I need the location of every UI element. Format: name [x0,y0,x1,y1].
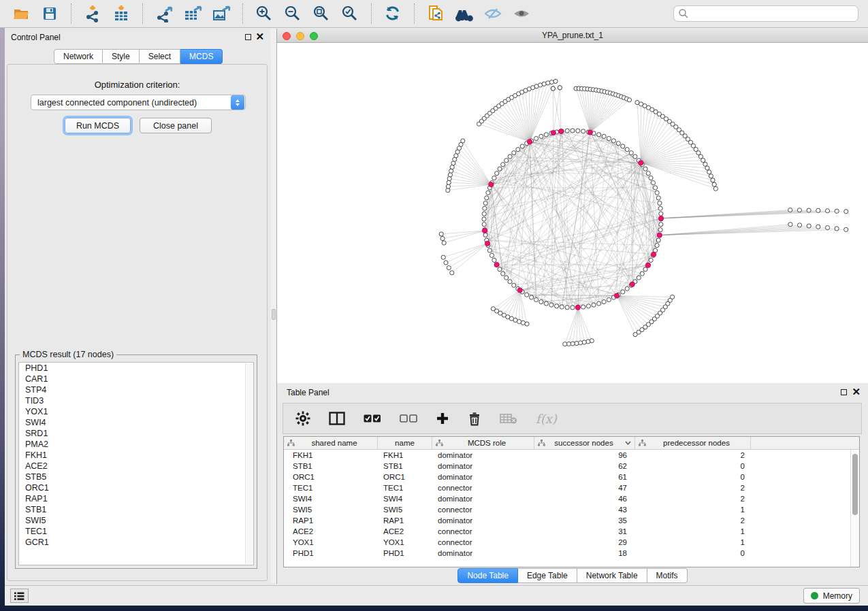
column-header-MCDS-role[interactable]: MCDS role [432,437,534,449]
column-header-name[interactable]: name [378,437,432,449]
zoom-in-icon[interactable] [254,4,274,23]
table-cell: TEC1 [378,484,432,492]
tab-mcds[interactable]: MCDS [180,49,223,64]
network-canvas[interactable] [277,43,868,383]
table-settings-gear-icon[interactable] [295,411,310,426]
delete-column-trash-icon[interactable] [468,411,481,426]
table-toolbar: f(x) [283,403,862,434]
tab-node-table[interactable]: Node Table [457,568,518,583]
table-cell: SWI5 [284,506,378,514]
splitter-grip[interactable] [272,309,276,320]
table-cell: 47 [534,484,635,492]
table-cell: PHD1 [378,549,432,557]
tab-network-table[interactable]: Network Table [577,568,647,583]
table-row-TEC1[interactable]: TEC1TEC1connector472 [284,482,859,493]
table-cell: 18 [534,549,635,557]
table-cell: 61 [534,473,635,481]
tab-edge-table[interactable]: Edge Table [518,568,577,583]
zoom-fit-icon[interactable] [311,4,332,23]
table-scrollbar-thumb[interactable] [852,454,858,515]
clone-network-icon[interactable] [425,4,446,23]
show-all-eye-icon[interactable] [511,4,532,23]
mcds-result-item[interactable]: YOX1 [19,406,253,417]
export-network-icon[interactable] [154,4,174,23]
import-network-icon[interactable] [82,4,103,23]
tab-motifs[interactable]: Motifs [647,568,688,583]
export-image-icon[interactable] [211,4,231,23]
zoom-selected-icon[interactable] [340,4,360,23]
mcds-result-item[interactable]: STB1 [19,504,253,515]
network-window-titlebar[interactable]: YPA_prune.txt_1 [277,29,868,43]
memory-label: Memory [823,591,852,601]
tab-style[interactable]: Style [103,49,140,64]
select-all-checkboxes-icon[interactable] [364,414,381,423]
binoculars-icon[interactable] [454,4,475,23]
deselect-all-checkboxes-icon[interactable] [400,414,417,423]
tab-network[interactable]: Network [54,49,103,64]
mcds-result-item[interactable]: RAP1 [19,493,253,504]
search-input[interactable] [673,5,858,22]
column-header-shared-name[interactable]: shared name [284,437,378,449]
table-row-PHD1[interactable]: PHD1PHD1dominator180 [284,548,859,559]
mcds-result-item[interactable]: STB5 [19,472,253,482]
table-row-FKH1[interactable]: FKH1FKH1dominator962 [284,450,859,461]
status-bar: Memory [5,585,868,606]
column-header-successor-nodes[interactable]: successor nodes [534,437,635,449]
table-cell: RAP1 [284,516,378,525]
memory-button[interactable]: Memory [803,588,860,604]
table-cell: dominator [432,451,534,459]
mcds-list-scrollbar[interactable] [245,363,253,564]
toolbar-separator [71,3,71,24]
network-graph [277,43,868,383]
delete-table-icon[interactable] [500,412,517,425]
add-column-icon[interactable] [436,412,449,425]
run-mcds-button[interactable]: Run MCDS [65,118,131,133]
import-table-icon[interactable] [111,4,131,23]
save-session-icon[interactable] [39,4,60,23]
float-panel-icon[interactable] [841,389,847,395]
mcds-result-item[interactable]: PHD1 [19,363,253,374]
close-panel-icon[interactable]: ✕ [852,386,861,398]
vertical-splitter[interactable] [271,29,276,583]
table-row-STB1[interactable]: STB1STB1dominator620 [284,461,859,472]
toggle-columns-icon[interactable] [329,412,345,425]
column-header-predecessor-nodes[interactable]: predecessor nodes [635,437,751,449]
table-row-ORC1[interactable]: ORC1ORC1dominator610 [284,472,859,482]
mcds-result-item[interactable]: ACE2 [19,461,253,472]
mcds-result-item[interactable]: TID3 [19,395,253,406]
mcds-result-item[interactable]: FKH1 [19,450,253,461]
table-cell: SWI5 [378,506,432,514]
float-panel-icon[interactable] [245,34,251,40]
mcds-result-item[interactable]: SWI4 [19,417,253,428]
table-scrollbar[interactable] [850,450,859,567]
mcds-result-item[interactable]: SWI5 [19,515,253,526]
close-panel-button[interactable]: Close panel [140,118,212,133]
mcds-result-item[interactable]: TEC1 [19,526,253,537]
refresh-view-icon[interactable] [383,4,403,23]
criterion-dropdown[interactable]: largest connected component (undirected) [31,95,246,110]
mcds-result-item[interactable]: CAR1 [19,374,253,384]
table-row-SWI5[interactable]: SWI5SWI5connector431 [284,504,859,515]
export-table-icon[interactable] [182,4,203,23]
search-field-wrap [673,5,858,22]
mcds-result-item[interactable]: SRD1 [19,428,253,439]
mcds-result-fieldset: MCDS result (17 nodes) PHD1CAR1STP4TID3Y… [15,354,257,569]
table-cell: ACE2 [284,527,378,535]
table-row-ACE2[interactable]: ACE2ACE2connector311 [284,526,859,537]
table-row-RAP1[interactable]: RAP1RAP1dominator352 [284,515,859,526]
table-cell: 1 [635,506,751,514]
table-row-YOX1[interactable]: YOX1YOX1connector291 [284,537,859,548]
mcds-result-item[interactable]: PMA2 [19,439,253,450]
mcds-result-item[interactable]: STP4 [19,384,253,395]
zoom-out-icon[interactable] [283,4,303,23]
table-cell: dominator [432,473,534,481]
node-table-header: shared namenameMCDS rolesuccessor nodesp… [284,437,859,450]
close-panel-icon[interactable]: ✕ [255,31,264,43]
hide-selected-eye-slash-icon[interactable] [483,4,503,23]
open-session-icon[interactable] [11,4,31,23]
task-history-list-button[interactable] [10,589,29,603]
tab-select[interactable]: Select [140,49,180,64]
mcds-result-item[interactable]: GCR1 [19,537,253,548]
table-row-SWI4[interactable]: SWI4SWI4dominator462 [284,493,859,504]
mcds-result-item[interactable]: ORC1 [19,482,253,493]
